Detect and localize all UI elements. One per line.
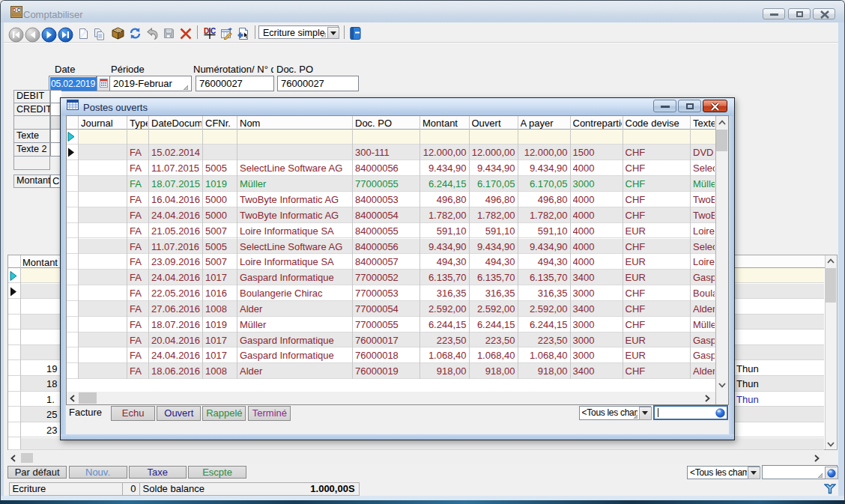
svg-text:D: D [13, 7, 16, 13]
svg-text:C: C [17, 7, 21, 13]
svg-text:D: D [204, 27, 209, 35]
svg-text:C: C [211, 27, 216, 35]
